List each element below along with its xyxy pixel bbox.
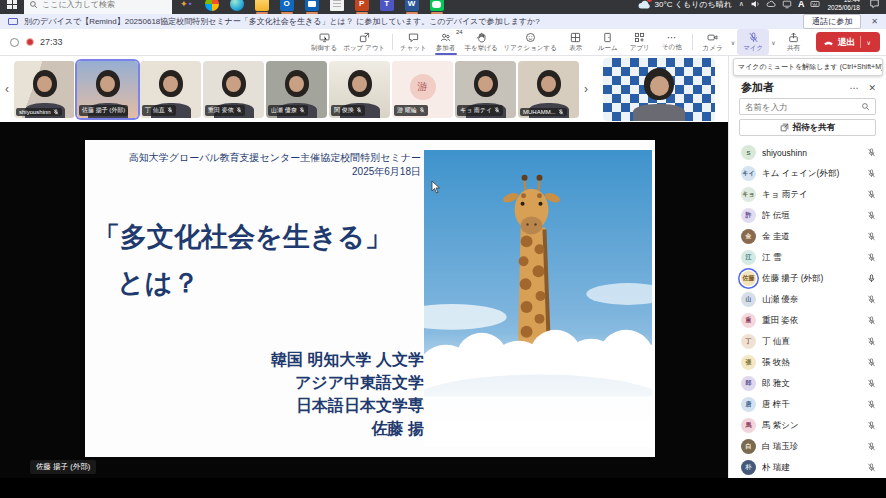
- more-button[interactable]: ⋯ その他: [656, 29, 688, 55]
- rooms-button[interactable]: ルーム: [592, 29, 624, 55]
- participant-row[interactable]: 郎郎 雅文: [729, 373, 886, 394]
- panel-more-icon[interactable]: ⋯: [849, 83, 858, 93]
- weather-widget[interactable]: 30°C くもりのち晴れ: [638, 0, 732, 10]
- spotlight-video-tile[interactable]: [603, 58, 715, 121]
- start-button[interactable]: [0, 0, 24, 14]
- camera-dropdown-icon[interactable]: ∨: [731, 39, 735, 46]
- store-icon[interactable]: [305, 0, 319, 11]
- chat-button[interactable]: チャット: [397, 29, 430, 55]
- mic-off-icon[interactable]: [867, 169, 876, 178]
- raise-hand-button[interactable]: 手を挙げる: [462, 29, 501, 55]
- device-icon: [8, 18, 18, 25]
- avatar: 游: [410, 74, 436, 100]
- participant-row[interactable]: 江江 雪: [729, 247, 886, 268]
- video-tile[interactable]: MUHAMM...: [518, 61, 579, 118]
- panel-close-icon[interactable]: ✕: [868, 83, 876, 93]
- participant-avatar: 張: [741, 355, 756, 370]
- mic-button[interactable]: マイク: [737, 29, 769, 55]
- leave-button[interactable]: 退出 ∨: [816, 32, 880, 52]
- control-button[interactable]: 制御する: [308, 29, 340, 55]
- scroll-left-icon[interactable]: ‹: [0, 82, 14, 96]
- scroll-right-icon[interactable]: ›: [579, 82, 593, 96]
- powerpoint-icon[interactable]: P: [355, 0, 369, 11]
- view-button[interactable]: 表示: [560, 29, 592, 55]
- tile-name-label: 游 耀綸: [397, 106, 417, 115]
- banner-close-icon[interactable]: ✕: [871, 17, 878, 26]
- mic-off-icon[interactable]: [867, 379, 876, 388]
- participant-row[interactable]: 馬馬 紫シン: [729, 415, 886, 436]
- action-center-icon[interactable]: [869, 0, 880, 13]
- participant-row[interactable]: 金金 圭道: [729, 226, 886, 247]
- participant-row-active-speaker[interactable]: 佐藤佐藤 揚子 (外部): [729, 268, 886, 289]
- participant-row[interactable]: 許許 伝垣: [729, 205, 886, 226]
- share-invite-button[interactable]: 招待を共有: [739, 119, 876, 136]
- participant-row[interactable]: Sshiyoushinn: [729, 142, 886, 163]
- participant-search-input[interactable]: [740, 102, 861, 112]
- mic-dropdown-icon[interactable]: ∨: [771, 39, 775, 46]
- mic-off-icon[interactable]: [867, 421, 876, 430]
- video-tile[interactable]: 山瀬 優奈: [266, 61, 327, 118]
- mic-off-icon: [236, 107, 242, 113]
- participants-button[interactable]: 参加者 24: [430, 29, 462, 55]
- edge-icon[interactable]: [230, 0, 244, 11]
- weather-cloud-icon: [638, 0, 651, 9]
- widgets-icon[interactable]: [205, 0, 219, 11]
- leave-dropdown-icon[interactable]: ∨: [867, 39, 871, 46]
- ime-mode-indicator[interactable]: A: [798, 0, 805, 9]
- mic-off-icon[interactable]: [867, 232, 876, 241]
- participant-row[interactable]: 張張 牧熱: [729, 352, 886, 373]
- mic-off-icon[interactable]: [867, 148, 876, 157]
- mic-off-icon[interactable]: [867, 190, 876, 199]
- participant-row[interactable]: 山山瀬 優奈: [729, 289, 886, 310]
- mic-off-icon[interactable]: [867, 253, 876, 262]
- participant-row[interactable]: キイキム イェイン(外部): [729, 163, 886, 184]
- recording-indicator-icon: [26, 38, 34, 46]
- onedrive-icon[interactable]: [766, 0, 776, 9]
- video-tile-active-speaker[interactable]: 佐藤 揚子 (外部): [77, 61, 138, 118]
- hidden-icons-chevron[interactable]: ∧: [739, 0, 744, 8]
- mic-off-icon[interactable]: [867, 211, 876, 220]
- teams-app-icon[interactable]: T: [380, 0, 394, 11]
- video-tile[interactable]: 重田 姿依: [203, 61, 264, 118]
- participant-name: 丁 仙直: [762, 336, 861, 348]
- mic-off-icon: [419, 107, 425, 113]
- file-explorer-icon[interactable]: [255, 0, 269, 11]
- popout-button[interactable]: ポップ アウト: [340, 29, 388, 55]
- mic-off-icon[interactable]: [867, 337, 876, 346]
- copilot-sparkle-icon[interactable]: ✦✦: [180, 0, 193, 14]
- video-tile[interactable]: 関 俊換: [329, 61, 390, 118]
- mic-off-icon[interactable]: [867, 295, 876, 304]
- participant-row[interactable]: 唐唐 梓千: [729, 394, 886, 415]
- camera-button[interactable]: カメラ: [697, 29, 729, 55]
- video-tile[interactable]: キョ 雨テイ: [455, 61, 516, 118]
- mic-off-icon[interactable]: [867, 358, 876, 367]
- participant-row[interactable]: 重重田 姿依: [729, 310, 886, 331]
- touch-keyboard-icon[interactable]: [810, 0, 820, 9]
- taskbar-clock[interactable]: 16:44 2025/06/18: [827, 0, 860, 12]
- taskbar-search-input[interactable]: [42, 0, 152, 9]
- mic-on-icon[interactable]: [867, 274, 876, 283]
- line-icon[interactable]: [430, 0, 444, 11]
- volume-icon[interactable]: [750, 0, 760, 9]
- share-button[interactable]: 共有: [778, 29, 810, 55]
- mic-off-icon[interactable]: [867, 463, 876, 472]
- video-tile[interactable]: shiyoushinn: [14, 61, 75, 118]
- outlook-icon[interactable]: O: [280, 0, 294, 11]
- banner-text: 別のデバイスで【Remind】20250618協定校間特別セミナー「多文化社会を…: [24, 16, 793, 27]
- network-icon[interactable]: [782, 0, 792, 9]
- participant-row[interactable]: 朴朴 瑞建: [729, 457, 886, 478]
- video-tile[interactable]: 丁 仙直: [140, 61, 201, 118]
- notepad-icon[interactable]: [330, 0, 344, 11]
- mic-off-icon[interactable]: [867, 316, 876, 325]
- video-tile-avatar[interactable]: 游 游 耀綸: [392, 61, 453, 118]
- join-call-button[interactable]: 通話に参加: [803, 14, 861, 29]
- participant-row[interactable]: キョキョ 雨テイ: [729, 184, 886, 205]
- word-icon[interactable]: W: [405, 0, 419, 11]
- apps-button[interactable]: アプリ: [624, 29, 656, 55]
- mic-off-icon[interactable]: [867, 400, 876, 409]
- participant-row[interactable]: 白白 瑞玉珍: [729, 436, 886, 457]
- participant-row[interactable]: 丁丁 仙直: [729, 331, 886, 352]
- react-button[interactable]: リアクションする: [501, 29, 560, 55]
- mic-off-icon[interactable]: [867, 442, 876, 451]
- mic-off-icon: [494, 107, 500, 113]
